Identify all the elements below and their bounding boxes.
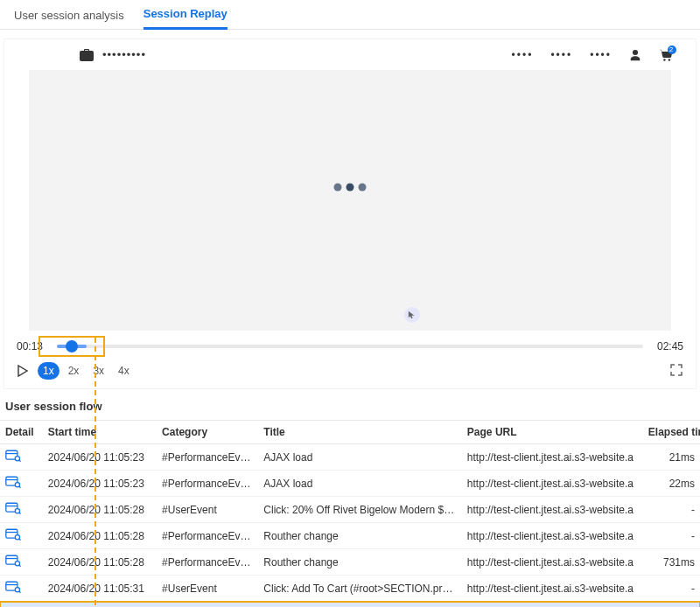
svg-point-4 xyxy=(15,457,19,461)
svg-point-8 xyxy=(15,483,19,487)
cell-start: 2024/06/20 11:05:28 xyxy=(43,497,157,523)
table-row[interactable]: 2024/06/20 11:05:23#PerformanceEventAJAX… xyxy=(0,444,700,471)
cell-category: #PerformanceEvent xyxy=(157,523,258,549)
detail-icon[interactable] xyxy=(5,555,21,567)
speed-2x[interactable]: 2x xyxy=(63,362,85,380)
tab-user-session-analysis[interactable]: User session analysis xyxy=(14,2,124,29)
table-row[interactable]: 2024/06/20 11:05:28#UserEventClick: 20% … xyxy=(0,497,700,523)
cell-url: http://test-client.jtest.ai.s3-website.a xyxy=(462,549,643,576)
cell-url: http://test-client.jtest.ai.s3-website.a xyxy=(462,523,643,549)
table-row[interactable]: 2024/06/20 11:05:28#PerformanceEventRout… xyxy=(0,523,700,549)
table-row[interactable]: 2024/06/20 11:05:28#PerformanceEventRout… xyxy=(0,549,700,576)
table-header-row: Detail Start time Category Title Page UR… xyxy=(0,421,700,444)
tab-session-replay[interactable]: Session Replay xyxy=(144,0,228,30)
cell-category: #PerformanceEvent xyxy=(157,549,258,576)
detail-icon[interactable] xyxy=(5,502,21,514)
scrubber-track[interactable] xyxy=(57,339,643,353)
session-replay-player: ••••••••• •••• •••• •••• 2 00:13 02:45 xyxy=(4,38,696,389)
loading-dots-icon xyxy=(334,184,367,192)
cell-url: http://test-client.jtest.ai.s3-website.a xyxy=(462,497,643,523)
speed-4x[interactable]: 4x xyxy=(113,362,135,380)
replay-nav-link-1: •••• xyxy=(512,49,534,61)
cell-title: Click: add (#root>SECTION.related-produc… xyxy=(258,602,462,608)
detail-icon[interactable] xyxy=(5,581,21,593)
timeline-annotation-line xyxy=(94,338,96,605)
speed-selector: 1x 2x 3x 4x xyxy=(38,362,135,380)
session-cursor-icon xyxy=(404,307,420,323)
svg-point-20 xyxy=(15,562,19,566)
user-icon xyxy=(629,49,641,61)
svg-line-25 xyxy=(19,591,21,592)
play-button[interactable] xyxy=(17,365,29,377)
col-category: Category xyxy=(157,421,258,444)
svg-point-1 xyxy=(668,59,670,60)
table-row[interactable]: 2024/06/20 11:05:23#PerformanceEventAJAX… xyxy=(0,471,700,497)
cell-url: http://test-client.jtest.ai.s3-website.a xyxy=(462,576,643,602)
cell-category: #UserEvent xyxy=(157,497,258,523)
cell-elapsed: 731ms xyxy=(643,549,700,576)
speed-3x[interactable]: 3x xyxy=(88,362,109,380)
svg-point-12 xyxy=(15,509,19,513)
svg-line-17 xyxy=(19,539,21,540)
total-time-label: 02:45 xyxy=(654,340,683,352)
user-session-flow-table: Detail Start time Category Title Page UR… xyxy=(0,420,700,607)
cell-elapsed: - xyxy=(643,497,700,523)
svg-line-13 xyxy=(19,513,21,513)
cell-url: http://test-client.jtest.ai.s3-website.a xyxy=(462,602,643,608)
cell-start: 2024/06/20 11:05:23 xyxy=(43,471,157,497)
scrubber: 00:13 02:45 xyxy=(4,331,696,362)
detail-icon[interactable] xyxy=(5,528,21,541)
svg-line-5 xyxy=(19,460,21,461)
cell-start: 2024/06/20 11:05:28 xyxy=(43,523,157,549)
scrubber-thumb[interactable] xyxy=(66,340,78,352)
cell-category: #PerformanceEvent xyxy=(157,444,258,471)
cell-start: 2024/06/20 11:05:37 xyxy=(43,602,157,608)
cart-badge-count: 2 xyxy=(668,45,676,54)
table-row[interactable]: 2024/06/20 11:05:37#UserEventClick: add … xyxy=(0,602,700,608)
cell-elapsed: - xyxy=(643,523,700,549)
cell-elapsed: 22ms xyxy=(643,471,700,497)
detail-icon[interactable] xyxy=(5,476,21,488)
cell-title: AJAX load xyxy=(258,471,462,497)
cell-start: 2024/06/20 11:05:23 xyxy=(43,444,157,471)
cell-elapsed: 21ms xyxy=(643,444,700,471)
col-detail: Detail xyxy=(0,421,43,444)
cell-elapsed: - xyxy=(643,602,700,608)
cell-category: #UserEvent xyxy=(157,576,258,602)
player-controls: 1x 2x 3x 4x xyxy=(4,362,696,388)
cell-title: Routher change xyxy=(258,549,462,576)
svg-line-9 xyxy=(19,486,21,487)
table-row[interactable]: 2024/06/20 11:05:31#UserEventClick: Add … xyxy=(0,576,700,602)
col-start: Start time xyxy=(43,421,157,444)
cell-start: 2024/06/20 11:05:28 xyxy=(43,549,157,576)
speed-1x[interactable]: 1x xyxy=(38,362,60,380)
svg-point-16 xyxy=(15,535,19,540)
cell-title: Click: Add To Cart (#root>SECTION.produc… xyxy=(258,576,462,602)
col-elapsed: Elapsed time xyxy=(643,421,700,444)
fullscreen-button[interactable] xyxy=(669,363,683,380)
svg-line-21 xyxy=(19,565,21,566)
briefcase-icon xyxy=(80,49,94,61)
col-title: Title xyxy=(258,421,462,444)
svg-point-24 xyxy=(15,588,19,592)
detail-icon[interactable] xyxy=(5,450,21,462)
cell-title: Click: 20% Off Rivet Bigelow Modern $253… xyxy=(258,497,462,523)
cell-title: AJAX load xyxy=(258,444,462,471)
replay-page-title: ••••••••• xyxy=(102,48,146,61)
cell-elapsed: - xyxy=(643,576,700,602)
cell-url: http://test-client.jtest.ai.s3-website.a xyxy=(462,471,643,497)
replay-viewport xyxy=(29,70,671,331)
tabs: User session analysis Session Replay xyxy=(0,0,700,30)
cell-category: #UserEvent xyxy=(157,602,258,608)
cell-title: Routher change xyxy=(258,523,462,549)
replay-frame-header: ••••••••• •••• •••• •••• 2 xyxy=(4,39,696,70)
cell-url: http://test-client.jtest.ai.s3-website.a xyxy=(462,444,643,471)
replay-nav-link-3: •••• xyxy=(590,49,612,61)
svg-point-0 xyxy=(663,59,665,60)
cart-icon: 2 xyxy=(659,49,673,61)
replay-nav-link-2: •••• xyxy=(550,49,572,61)
cell-start: 2024/06/20 11:05:31 xyxy=(43,576,157,602)
col-url: Page URL xyxy=(462,421,643,444)
cell-category: #PerformanceEvent xyxy=(157,471,258,497)
user-session-flow-title: User session flow xyxy=(0,394,700,420)
